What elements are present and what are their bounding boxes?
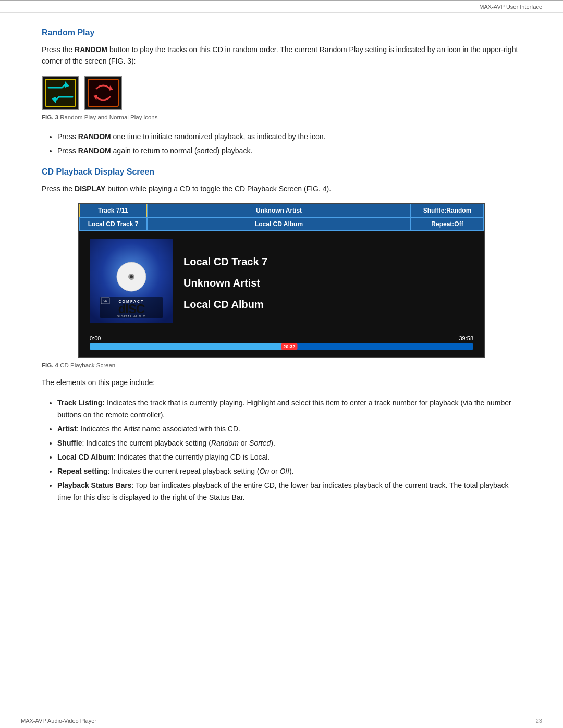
- bullet-random-1: Press RANDOM one time to initiate random…: [57, 131, 521, 143]
- pb-artist-name: Unknown Artist: [183, 277, 267, 289]
- random-play-icon: [42, 76, 79, 110]
- progress-fill: [90, 343, 289, 350]
- svg-text:dISC: dISC: [118, 302, 145, 316]
- bullet-artist: Artist: Indicates the Artist name associ…: [57, 423, 521, 435]
- elements-intro: The elements on this page include:: [42, 377, 521, 388]
- elements-bullets: Track Listing: Indicates the track that …: [57, 397, 521, 504]
- cd-playback-title: CD Playback Display Screen: [42, 167, 521, 177]
- time-start: 0:00: [90, 335, 101, 341]
- random-icon-svg: [43, 77, 78, 108]
- bullet-local-album: Local CD Album: Indicates that the curre…: [57, 451, 521, 463]
- bullet-repeat: Repeat setting: Indicates the current re…: [57, 465, 521, 477]
- album-art-svg: COMPACT dISC DIGITAL AUDIO CD: [90, 239, 173, 323]
- repeat-button[interactable]: Repeat:Off: [411, 217, 484, 231]
- normal-icon-svg: [86, 77, 120, 108]
- random-play-bullets: Press RANDOM one time to initiate random…: [57, 131, 521, 157]
- svg-rect-6: [88, 79, 118, 106]
- play-icons-row: [42, 76, 521, 110]
- main-content: Random Play Press the RANDOM button to p…: [0, 13, 563, 546]
- time-end: 39:58: [459, 335, 473, 341]
- header-title: MAX-AVP User Interface: [479, 4, 542, 10]
- playback-screen: Track 7/11 Unknown Artist Shuffle:Random…: [78, 203, 485, 358]
- bullet-track: Track Listing: Indicates the track that …: [57, 397, 521, 421]
- random-play-title: Random Play: [42, 28, 521, 38]
- pb-track-name: Local CD Track 7: [183, 256, 267, 268]
- bullet-random-2: Press RANDOM again to return to normal (…: [57, 145, 521, 157]
- track-button[interactable]: Track 7/11: [79, 204, 147, 217]
- pb-progress-area: 0:00 39:58 20:32: [79, 335, 484, 357]
- bullet-status-bars: Playback Status Bars: Top bar indicates …: [57, 479, 521, 503]
- pb-main-area: COMPACT dISC DIGITAL AUDIO CD Local CD T…: [79, 231, 484, 335]
- album-art: COMPACT dISC DIGITAL AUDIO CD: [90, 239, 173, 323]
- footer-left: MAX-AVP Audio-Video Player: [21, 718, 96, 724]
- shuffle-button[interactable]: Shuffle:Random: [411, 204, 484, 217]
- local-album-button[interactable]: Local CD Album: [147, 217, 411, 231]
- pb-album-name: Local CD Album: [183, 299, 267, 311]
- footer: MAX-AVP Audio-Video Player 23: [0, 713, 563, 728]
- fig3-caption: FIG. 3 Random Play and Normal Play icons: [42, 114, 521, 120]
- fig4-caption: FIG. 4 CD Playback Screen: [42, 362, 521, 368]
- pb-time-row: 0:00 39:58: [90, 335, 473, 341]
- footer-right: 23: [536, 718, 542, 724]
- progress-bar[interactable]: 20:32: [90, 343, 473, 350]
- svg-text:CD: CD: [103, 299, 107, 302]
- page-header: MAX-AVP User Interface: [0, 1, 563, 13]
- artist-button[interactable]: Unknown Artist: [147, 204, 411, 217]
- random-play-body: Press the RANDOM button to play the trac…: [42, 44, 521, 67]
- cd-playback-body: Press the DISPLAY button while playing a…: [42, 183, 521, 194]
- svg-point-13: [130, 275, 133, 278]
- local-track-button[interactable]: Local CD Track 7: [79, 217, 147, 231]
- normal-play-icon: [84, 76, 122, 110]
- pb-info: Local CD Track 7 Unknown Artist Local CD…: [183, 239, 267, 327]
- pb-top-row: Track 7/11 Unknown Artist Shuffle:Random: [79, 204, 484, 217]
- bullet-shuffle: Shuffle: Indicates the current playback …: [57, 437, 521, 449]
- svg-text:DIGITAL AUDIO: DIGITAL AUDIO: [117, 315, 146, 318]
- progress-marker: 20:32: [281, 343, 297, 350]
- svg-rect-1: [45, 79, 76, 106]
- pb-second-row: Local CD Track 7 Local CD Album Repeat:O…: [79, 217, 484, 231]
